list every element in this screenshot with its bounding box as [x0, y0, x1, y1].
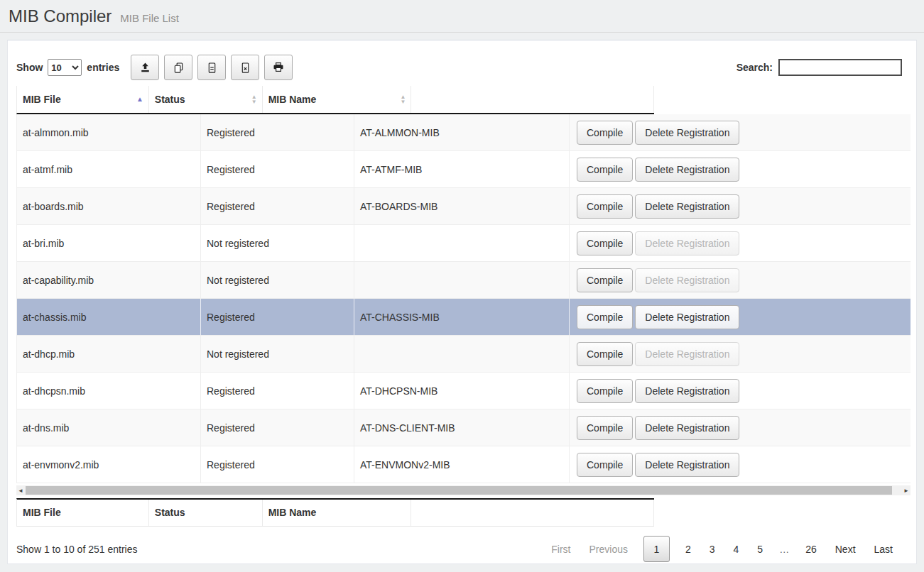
- page-3[interactable]: 3: [700, 544, 724, 555]
- cell-mib-name: AT-ALMMON-MIB: [354, 114, 570, 150]
- compile-button[interactable]: Compile: [577, 453, 633, 477]
- cell-status: Not registered: [201, 225, 354, 261]
- cell-status: Registered: [201, 151, 354, 187]
- column-label: MIB Name: [268, 94, 317, 105]
- page-26[interactable]: 26: [796, 544, 826, 555]
- column-header-mib-file[interactable]: MIB File ▲: [17, 86, 149, 113]
- bottom-bar: Show 1 to 10 of 251 entries FirstPreviou…: [8, 527, 916, 562]
- cell-mib-name: AT-CHASSIS-MIB: [354, 299, 570, 335]
- compile-button[interactable]: Compile: [577, 158, 633, 182]
- table-row[interactable]: at-atmf.mib Registered AT-ATMF-MIB Compi…: [17, 151, 911, 188]
- cell-status: Registered: [201, 373, 354, 409]
- search-label: Search:: [737, 62, 773, 73]
- compile-button[interactable]: Compile: [577, 231, 633, 255]
- page-header: MIB Compiler MIB File List: [0, 0, 924, 33]
- mib-file-list-panel: Show 10 entries: [7, 40, 917, 564]
- csv-button[interactable]: [197, 55, 226, 80]
- table-row[interactable]: at-chassis.mib Registered AT-CHASSIS-MIB…: [17, 299, 911, 336]
- delete-registration-button: Delete Registration: [635, 342, 739, 366]
- compile-button[interactable]: Compile: [577, 342, 633, 366]
- delete-registration-button[interactable]: Delete Registration: [635, 121, 739, 145]
- delete-registration-button[interactable]: Delete Registration: [635, 305, 739, 329]
- column-header-status[interactable]: Status ▲▼: [149, 86, 263, 113]
- page-previous[interactable]: Previous: [580, 544, 637, 555]
- scroll-right-arrow-icon[interactable]: ►: [902, 485, 911, 495]
- cell-mib-file: at-dhcpsn.mib: [17, 373, 201, 409]
- cell-mib-name: [354, 336, 570, 372]
- delete-registration-button[interactable]: Delete Registration: [635, 453, 739, 477]
- excel-button[interactable]: [231, 55, 259, 80]
- compile-button[interactable]: Compile: [577, 194, 633, 219]
- footer-column-actions: [411, 500, 654, 526]
- search-area: Search:: [737, 59, 909, 76]
- footer-column-mib-file: MIB File: [17, 500, 149, 526]
- page-5[interactable]: 5: [748, 544, 772, 555]
- delete-registration-button[interactable]: Delete Registration: [635, 379, 739, 403]
- copy-button[interactable]: [164, 55, 192, 80]
- page-length-select[interactable]: 10: [48, 59, 82, 76]
- search-input[interactable]: [778, 59, 902, 76]
- entries-label: entries: [87, 62, 119, 73]
- page-4[interactable]: 4: [724, 544, 749, 555]
- compile-button[interactable]: Compile: [577, 379, 633, 403]
- column-header-actions: [411, 86, 654, 113]
- table-row[interactable]: at-dns.mib Registered AT-DNS-CLIENT-MIB …: [17, 409, 911, 446]
- delete-registration-button[interactable]: Delete Registration: [635, 416, 739, 440]
- cell-mib-file: at-dns.mib: [17, 409, 201, 446]
- scrollbar-thumb[interactable]: [26, 486, 892, 495]
- delete-registration-button[interactable]: Delete Registration: [635, 158, 739, 182]
- horizontal-scrollbar[interactable]: ◄ ►: [16, 485, 911, 495]
- column-header-mib-name[interactable]: MIB Name ▲▼: [263, 86, 412, 113]
- table-row[interactable]: at-envmonv2.mib Registered AT-ENVMONv2-M…: [17, 446, 911, 483]
- sort-asc-icon: ▲: [136, 96, 143, 103]
- cell-mib-name: AT-DHCPSN-MIB: [354, 373, 570, 409]
- file-csv-icon: [207, 62, 217, 73]
- footer-column-mib-name: MIB Name: [263, 500, 412, 526]
- cell-actions: Compile Delete Registration: [570, 188, 911, 224]
- cell-status: Registered: [201, 446, 354, 483]
- print-button[interactable]: [264, 55, 293, 80]
- page-ellipsis: …: [772, 544, 796, 555]
- cell-status: Registered: [201, 299, 354, 335]
- footer-column-status: Status: [149, 500, 263, 526]
- cell-status: Registered: [201, 114, 354, 150]
- compile-button[interactable]: Compile: [577, 121, 633, 145]
- table-row[interactable]: at-dhcpsn.mib Registered AT-DHCPSN-MIB C…: [17, 373, 911, 409]
- table-row[interactable]: at-capability.mib Not registered Compile…: [17, 262, 911, 299]
- table-body: at-almmon.mib Registered AT-ALMMON-MIB C…: [16, 114, 911, 483]
- delete-registration-button: Delete Registration: [635, 231, 739, 255]
- cell-mib-name: AT-ATMF-MIB: [354, 151, 570, 187]
- scroll-left-arrow-icon[interactable]: ◄: [16, 485, 25, 495]
- cell-actions: Compile Delete Registration: [570, 336, 911, 372]
- cell-mib-name: [354, 262, 570, 298]
- cell-actions: Compile Delete Registration: [570, 409, 911, 446]
- delete-registration-button[interactable]: Delete Registration: [635, 194, 739, 219]
- compile-button[interactable]: Compile: [577, 416, 633, 440]
- cell-actions: Compile Delete Registration: [570, 299, 911, 335]
- table-row[interactable]: at-boards.mib Registered AT-BOARDS-MIB C…: [17, 188, 911, 225]
- table-row[interactable]: at-dhcp.mib Not registered Compile Delet…: [17, 336, 911, 373]
- table-row[interactable]: at-bri.mib Not registered Compile Delete…: [17, 225, 911, 262]
- delete-registration-button: Delete Registration: [635, 268, 739, 292]
- compile-button[interactable]: Compile: [577, 268, 633, 292]
- printer-icon: [273, 62, 284, 73]
- cell-status: Registered: [201, 188, 354, 224]
- page-first[interactable]: First: [542, 544, 580, 555]
- table-row[interactable]: at-almmon.mib Registered AT-ALMMON-MIB C…: [17, 114, 911, 151]
- show-label: Show: [16, 62, 43, 73]
- cell-actions: Compile Delete Registration: [570, 151, 911, 187]
- sort-both-icon: ▲▼: [400, 94, 406, 104]
- page-next[interactable]: Next: [826, 544, 865, 555]
- page-1[interactable]: 1: [643, 536, 670, 562]
- cell-actions: Compile Delete Registration: [570, 225, 911, 261]
- cell-mib-file: at-dhcp.mib: [17, 336, 201, 372]
- page-title: MIB Compiler: [9, 6, 112, 26]
- upload-button[interactable]: [131, 55, 159, 80]
- cell-mib-file: at-boards.mib: [17, 188, 201, 224]
- cell-actions: Compile Delete Registration: [570, 262, 911, 298]
- page-2[interactable]: 2: [676, 544, 700, 555]
- compile-button[interactable]: Compile: [577, 305, 633, 329]
- cell-actions: Compile Delete Registration: [570, 373, 911, 409]
- page-last[interactable]: Last: [865, 544, 902, 555]
- table-header: MIB File ▲ Status ▲▼ MIB Name ▲▼: [16, 86, 654, 114]
